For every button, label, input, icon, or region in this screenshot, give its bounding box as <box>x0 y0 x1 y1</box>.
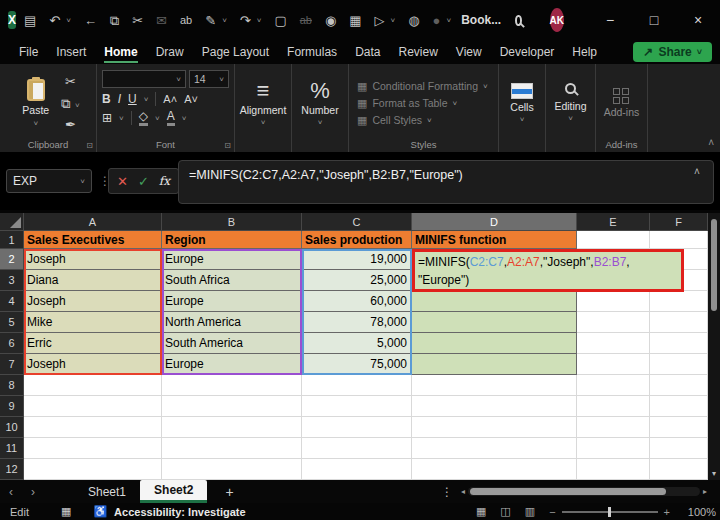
cell-A2[interactable]: Joseph <box>24 249 162 270</box>
cell-A1[interactable]: Sales Executives <box>24 231 162 249</box>
collapse-ribbon-icon[interactable]: ˄ <box>708 137 714 148</box>
sheet-nav-next-icon[interactable]: › <box>22 485 44 499</box>
zoom-in-button[interactable]: + <box>664 506 670 518</box>
cell-D6[interactable] <box>412 333 577 354</box>
cell-A12[interactable] <box>24 459 162 480</box>
column-header-b[interactable]: B <box>162 213 302 231</box>
formula-bar-expand-icon[interactable]: ˄ <box>694 166 700 177</box>
select-all-button[interactable] <box>0 213 24 231</box>
account-avatar[interactable]: AK <box>550 8 564 32</box>
zoom-slider[interactable] <box>608 507 611 517</box>
macro-dropdown-icon[interactable]: ˅ <box>391 16 396 25</box>
cell-A4[interactable]: Joseph <box>24 291 162 312</box>
format-painter-button[interactable]: ✒ <box>65 118 76 131</box>
cell-C7[interactable]: 75,000 <box>302 354 412 375</box>
tab-view[interactable]: View <box>447 42 491 63</box>
cell-F1[interactable] <box>650 231 708 249</box>
column-header-e[interactable]: E <box>577 213 650 231</box>
cell-C4[interactable]: 60,000 <box>302 291 412 312</box>
cell-D1[interactable]: MINIFS function <box>412 231 577 249</box>
cell-A9[interactable] <box>24 396 162 417</box>
find-replace-icon[interactable]: ab <box>180 15 192 26</box>
tab-data[interactable]: Data <box>346 42 389 63</box>
enter-button[interactable]: ✓ <box>138 174 149 189</box>
row-header-10[interactable]: 10 <box>0 417 24 438</box>
active-cell-formula-editor[interactable]: =MINIFS(C2:C7,A2:A7,"Joseph",B2:B7, "Eur… <box>412 249 684 292</box>
scroll-right-icon[interactable]: ▸ <box>700 487 710 496</box>
undo-icon[interactable]: ↶ <box>49 14 60 27</box>
name-box[interactable]: EXP˅ <box>6 169 92 193</box>
row-header-7[interactable]: 7 <box>0 354 24 375</box>
cell-E5[interactable] <box>577 312 650 333</box>
cell-B2[interactable]: Europe <box>162 249 302 270</box>
font-name-combobox[interactable]: ˅ <box>102 70 186 88</box>
search-icon[interactable] <box>515 15 521 26</box>
row-header-9[interactable]: 9 <box>0 396 24 417</box>
cell-F4[interactable] <box>650 291 708 312</box>
cell-A11[interactable] <box>24 438 162 459</box>
row-header-1[interactable]: 1 <box>0 231 24 249</box>
formula-input[interactable]: =MINIFS(C2:C7,A2:A7,"Joseph",B2:B7,"Euro… <box>178 160 714 204</box>
tab-draw[interactable]: Draw <box>147 42 193 63</box>
fill-color-button[interactable]: ◇ <box>139 110 148 126</box>
editing-button[interactable]: Editing ˅ <box>554 70 586 136</box>
row-header-5[interactable]: 5 <box>0 312 24 333</box>
column-header-d[interactable]: D <box>412 213 577 231</box>
cell-B3[interactable]: South Africa <box>162 270 302 291</box>
conditional-formatting-button[interactable]: ▦ Conditional Formatting˅ <box>357 80 488 92</box>
zoom-level[interactable]: 100% <box>684 506 716 518</box>
cell-F5[interactable] <box>650 312 708 333</box>
vertical-scrollbar-thumb[interactable] <box>711 219 717 311</box>
copy-icon[interactable]: ⧉ <box>110 14 119 27</box>
paste-button[interactable]: Paste ˅ <box>16 77 55 130</box>
row-header-8[interactable]: 8 <box>0 375 24 396</box>
italic-button[interactable]: I <box>118 92 121 106</box>
horizontal-scrollbar-thumb[interactable] <box>470 488 666 495</box>
clipboard-dialog-launcher-icon[interactable]: ⊡ <box>86 141 93 150</box>
cell-C2[interactable]: 19,000 <box>302 249 412 270</box>
cell-E1[interactable] <box>577 231 650 249</box>
cell-B1[interactable]: Region <box>162 231 302 249</box>
save-icon[interactable]: ▤ <box>24 14 36 27</box>
shrink-font-button[interactable]: A˅ <box>184 93 198 105</box>
scroll-left-icon[interactable]: ◂ <box>458 487 468 496</box>
maximize-button[interactable]: □ <box>632 0 676 40</box>
run-macro-icon[interactable]: ▷ <box>375 14 385 27</box>
cell-A8[interactable] <box>24 375 162 396</box>
font-dialog-launcher-icon[interactable]: ⊡ <box>224 141 231 150</box>
tab-formulas[interactable]: Formulas <box>278 42 346 63</box>
cell-C1[interactable]: Sales production <box>302 231 412 249</box>
grow-font-button[interactable]: A˄ <box>163 93 177 105</box>
cell-C3[interactable]: 25,000 <box>302 270 412 291</box>
undo-dropdown-icon[interactable]: ˅ <box>66 16 71 25</box>
cell-A5[interactable]: Mike <box>24 312 162 333</box>
sheet-tab-sheet2[interactable]: Sheet2 <box>140 480 207 503</box>
insert-function-button[interactable]: fx <box>159 174 170 188</box>
row-header-4[interactable]: 4 <box>0 291 24 312</box>
borders-button[interactable]: ⊞ <box>102 111 112 125</box>
cell-D5[interactable] <box>412 312 577 333</box>
bold-button[interactable]: B <box>102 92 111 106</box>
cell-D4[interactable] <box>412 291 577 312</box>
vertical-scrollbar[interactable]: ▾ <box>708 213 720 480</box>
accessibility-status[interactable]: Accessibility: Investigate <box>114 506 245 518</box>
cell-C6[interactable]: 5,000 <box>302 333 412 354</box>
add-sheet-button[interactable]: + <box>207 484 251 500</box>
sheet-tab-sheet1[interactable]: Sheet1 <box>74 480 140 503</box>
qat-customize-icon[interactable]: ˅ <box>446 16 451 25</box>
close-button[interactable]: × <box>676 0 720 40</box>
font-size-combobox[interactable]: 14˅ <box>189 70 229 88</box>
cell-styles-button[interactable]: ▦ Cell Styles˅ <box>357 114 488 126</box>
page-layout-view-icon[interactable]: ◫ <box>500 505 510 518</box>
draw-mode-icon[interactable]: ✎ <box>205 14 216 27</box>
copy-button[interactable]: ⧉ <box>61 96 70 111</box>
cell-A6[interactable]: Erric <box>24 333 162 354</box>
cut-button[interactable]: ✂ <box>65 75 76 88</box>
row-header-2[interactable]: 2 <box>0 249 24 270</box>
cell-B6[interactable]: South America <box>162 333 302 354</box>
cell-B4[interactable]: Europe <box>162 291 302 312</box>
redo-icon[interactable]: ↷ <box>240 14 251 27</box>
borders-dropdown-icon[interactable]: ˅ <box>119 114 124 123</box>
zoom-out-button[interactable]: − <box>549 506 555 518</box>
cell-F6[interactable] <box>650 333 708 354</box>
